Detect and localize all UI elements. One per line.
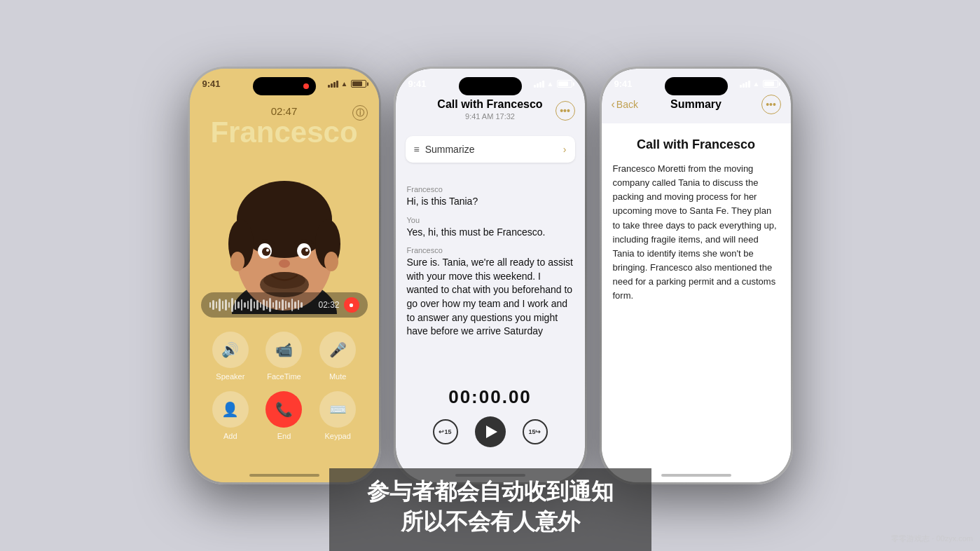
playback-controls: ↩15 15↪ <box>433 416 548 447</box>
transcript-title: Call with Francesco <box>424 98 557 111</box>
wifi-icon-3: ▲ <box>753 80 760 88</box>
summary-nav: ‹ Back Summary ••• <box>602 98 791 111</box>
transcript-body: Francesco Hi, is this Tania? You Yes, hi… <box>396 171 585 377</box>
wifi-icon-1: ▲ <box>341 80 348 88</box>
speaker3-label: Francesco <box>407 246 574 254</box>
dynamic-island-2 <box>459 77 522 95</box>
summary-nav-title: Summary <box>670 98 722 111</box>
svg-point-13 <box>305 249 308 252</box>
phone2-inner: 9:41 ▲ Call with Francesco 9:41 AM <box>396 69 585 482</box>
facetime-btn-circle: 📹 <box>265 332 302 368</box>
skip-forward-icon: 15↪ <box>528 428 541 435</box>
signal-icon-2 <box>534 81 544 88</box>
summarize-icon: ≡ <box>414 144 420 155</box>
summarize-chevron-icon: › <box>563 144 567 155</box>
speaker-label: Speaker <box>216 372 244 381</box>
end-btn-circle: 📞 <box>265 391 302 428</box>
phone3-content: 9:41 ▲ ‹ Back <box>602 69 791 482</box>
facetime-button[interactable]: 📹 FaceTime <box>265 332 302 381</box>
battery-icon-3 <box>763 80 778 88</box>
rec-indicator: ⏺ <box>344 297 359 313</box>
keypad-label: Keypad <box>324 432 350 440</box>
status-icons-2: ▲ <box>534 80 572 88</box>
skip-forward-button[interactable]: 15↪ <box>523 419 548 444</box>
more-button[interactable]: ••• <box>555 101 575 121</box>
status-time-1: 9:41 <box>202 79 221 89</box>
facetime-label: FaceTime <box>267 372 301 381</box>
playback-area: 00:00.00 ↩15 15↪ <box>396 386 585 447</box>
phone1-inner: 9:41 ▲ ⓘ 02:47 France <box>190 69 379 482</box>
dynamic-island <box>253 77 316 95</box>
play-icon <box>486 426 497 438</box>
summary-call-title: Call with Francesco <box>613 137 780 152</box>
phone2: 9:41 ▲ Call with Francesco 9:41 AM <box>394 67 587 484</box>
avatar-area <box>214 167 354 307</box>
back-label: Back <box>616 99 638 110</box>
end-label: End <box>277 432 291 440</box>
summary-more-button[interactable]: ••• <box>761 95 781 114</box>
add-label: Add <box>223 432 237 440</box>
phone3-inner: 9:41 ▲ ‹ Back <box>602 69 791 482</box>
svg-point-11 <box>301 247 310 256</box>
svg-point-16 <box>263 272 305 289</box>
speaker-button[interactable]: 🔊 Speaker <box>212 332 249 381</box>
play-button[interactable] <box>475 416 506 447</box>
status-icons-3: ▲ <box>740 80 778 88</box>
add-button[interactable]: 👤 Add <box>212 391 249 440</box>
signal-icon-3 <box>740 81 750 88</box>
call-buttons-row1: 🔊 Speaker 📹 FaceTime 🎤 Mute <box>190 332 379 381</box>
speaker-btn-circle: 🔊 <box>212 332 249 368</box>
mute-btn-circle: 🎤 <box>319 332 356 368</box>
svg-point-6 <box>230 252 244 271</box>
svg-point-14 <box>279 259 290 268</box>
transcript-subtitle: 9:41 AM 17:32 <box>424 112 557 121</box>
home-indicator-3 <box>661 474 731 477</box>
svg-point-10 <box>262 247 270 256</box>
recording-time: 02:32 <box>318 300 339 310</box>
svg-point-12 <box>266 249 269 252</box>
summary-text: Francesco Moretti from the moving compan… <box>613 162 780 303</box>
battery-icon-1 <box>351 80 366 88</box>
status-icons-1: ▲ <box>328 80 366 88</box>
summarize-label: Summarize <box>425 144 558 155</box>
subtitle-line2: 所以不会有人意外 <box>343 507 637 537</box>
summarize-bar[interactable]: ≡ Summarize › <box>406 136 575 163</box>
battery-icon-2 <box>557 80 572 88</box>
phones-container: 9:41 ▲ ⓘ 02:47 France <box>188 67 793 484</box>
back-chevron-icon: ‹ <box>612 98 615 111</box>
keypad-button[interactable]: ⌨️ Keypad <box>319 391 356 440</box>
speaker1-label: Francesco <box>407 185 574 193</box>
transcript-line2: Yes, hi, this must be Francesco. <box>407 226 574 240</box>
summary-body: Call with Francesco Francesco Moretti fr… <box>602 123 791 482</box>
playback-time: 00:00.00 <box>448 386 532 408</box>
svg-point-7 <box>324 252 338 271</box>
mute-button[interactable]: 🎤 Mute <box>319 332 356 381</box>
add-btn-circle: 👤 <box>212 391 249 428</box>
status-time-3: 9:41 <box>614 79 633 89</box>
phone1-content: 9:41 ▲ ⓘ 02:47 France <box>190 69 379 482</box>
phone2-content: 9:41 ▲ Call with Francesco 9:41 AM <box>396 69 585 482</box>
back-button[interactable]: ‹ Back <box>612 98 638 111</box>
caller-name: Francesco <box>190 116 379 149</box>
waveform <box>209 298 315 312</box>
subtitle-overlay: 参与者都会自动收到通知 所以不会有人意外 <box>329 468 651 551</box>
wifi-icon-2: ▲ <box>547 80 554 88</box>
call-buttons-row2: 👤 Add 📞 End ⌨️ Keypad <box>190 391 379 440</box>
home-indicator-1 <box>249 474 319 477</box>
signal-icon-1 <box>328 81 338 88</box>
recording-bar: 02:32 ⏺ <box>201 292 368 318</box>
transcript-line3: Sure is. Tania, we're all ready to assis… <box>407 256 574 339</box>
skip-back-icon: ↩15 <box>439 428 451 435</box>
status-time-2: 9:41 <box>408 79 427 89</box>
speaker2-label: You <box>407 216 574 224</box>
mute-label: Mute <box>329 372 346 381</box>
keypad-btn-circle: ⌨️ <box>319 391 356 428</box>
end-button[interactable]: 📞 End <box>265 391 302 440</box>
phone1: 9:41 ▲ ⓘ 02:47 France <box>188 67 381 484</box>
skip-back-button[interactable]: ↩15 <box>433 419 458 444</box>
subtitle-line1: 参与者都会自动收到通知 <box>343 477 637 507</box>
phone3: 9:41 ▲ ‹ Back <box>600 67 793 484</box>
recording-dot <box>303 83 309 89</box>
transcript-line1: Hi, is this Tania? <box>407 195 574 209</box>
dynamic-island-3 <box>665 77 728 95</box>
